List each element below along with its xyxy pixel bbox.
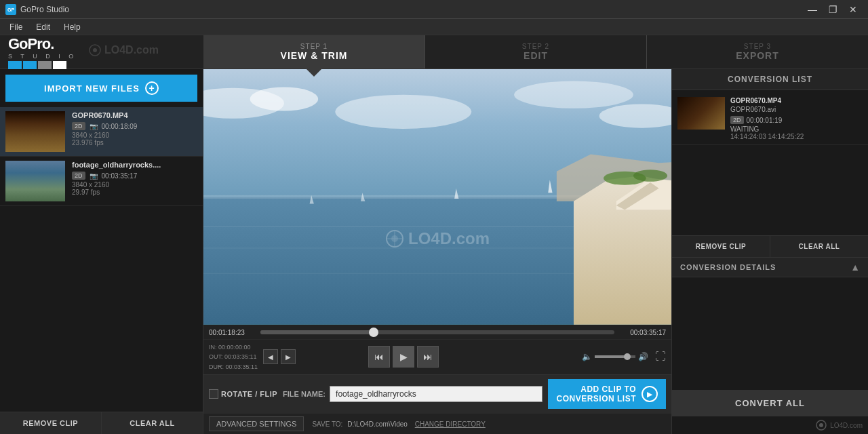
saveto-label: SAVE TO:	[312, 420, 342, 428]
remove-clip-button-right[interactable]: REMOVE CLIP	[672, 236, 770, 257]
rotate-flip-checkbox-wrap: ROTATE / FLIP	[209, 389, 277, 399]
lo4d-icon	[815, 419, 827, 431]
file-fps-1: 29.97 fps	[72, 189, 197, 196]
fullscreen-button[interactable]: ⛶	[655, 351, 666, 363]
logo-block-2	[23, 61, 37, 69]
controls-row: IN: 00:00:00:00 OUT: 00:03:35:11 DUR: 00…	[203, 339, 671, 374]
conversion-list-title: CONVERSION LIST	[728, 75, 812, 84]
convert-all-button[interactable]: CONVERT ALL	[672, 390, 868, 416]
file-fps-0: 23.976 fps	[72, 139, 197, 146]
menu-file[interactable]: File	[3, 19, 29, 35]
import-btn-label: IMPORT NEW FILES	[44, 83, 140, 94]
import-new-files-button[interactable]: IMPORT NEW FILES +	[5, 75, 197, 102]
in-out-info: IN: 00:00:00:00 OUT: 00:03:35:11 DUR: 00…	[209, 342, 258, 372]
play-button[interactable]: ▶	[393, 346, 414, 368]
menu-help[interactable]: Help	[57, 19, 87, 35]
change-directory-link[interactable]: CHANGE DIRECTORY	[415, 420, 486, 428]
in-point: IN: 00:00:00:00	[209, 342, 258, 352]
main-content: IMPORT NEW FILES + GOPR0670.MP4 2D 📷 00:…	[0, 69, 868, 434]
conversion-details-header[interactable]: CONVERSION DETAILS ▲	[672, 258, 868, 277]
step-export[interactable]: STEP 3 EXPORT	[647, 35, 868, 68]
file-thumb-1	[5, 161, 65, 201]
close-button[interactable]: ✕	[844, 3, 863, 16]
conversion-item-0[interactable]: GOPR0670.MP4 GOPR0670.avi 2D 00:00:01:19…	[672, 93, 868, 145]
remove-clip-button-left[interactable]: REMOVE CLIP	[0, 412, 102, 434]
out-point: OUT: 00:03:35:11	[209, 352, 258, 361]
file-thumb-inner-0	[5, 111, 65, 152]
file-name-1: footage_oldharryrocks....	[72, 161, 197, 169]
logo-blocks	[8, 61, 77, 69]
app-header: GoPro. S T U D I O LO4D.com STEP 1 VIEW …	[0, 35, 868, 69]
file-item-1[interactable]: footage_oldharryrocks.... 2D 📷 00:03:35:…	[0, 157, 203, 206]
conv-info-0: GOPR0670.MP4 GOPR0670.avi 2D 00:00:01:19…	[730, 97, 863, 140]
maximize-button[interactable]: ❐	[823, 3, 842, 16]
dur-point: DUR: 00:03:35:11	[209, 362, 258, 372]
file-duration-0: 00:00:18:09	[102, 123, 138, 130]
svg-point-20	[633, 170, 667, 182]
step1-arrow	[306, 68, 322, 77]
conversion-list-header: CONVERSION LIST	[672, 69, 868, 90]
file-duration-1: 00:03:35:17	[102, 172, 138, 180]
bottom-controls-area: ROTATE / FLIP FILE NAME: ADD CLIP TO CON…	[203, 374, 671, 413]
steps-area: STEP 1 VIEW & TRIM STEP 2 EDIT STEP 3 EX…	[203, 35, 868, 68]
video-scene	[203, 69, 671, 325]
studio-logo-text: S T U D I O	[8, 53, 77, 60]
file-resolution-1: 3840 x 2160	[72, 181, 197, 189]
volume-icon: 🔈	[582, 352, 592, 361]
file-item-0[interactable]: GOPR0670.MP4 2D 📷 00:00:18:09 3840 x 216…	[0, 107, 203, 157]
rewind-button[interactable]: ⏮	[368, 346, 390, 368]
step-edit[interactable]: STEP 2 EDIT	[425, 35, 647, 68]
convert-all-wrap: CONVERT ALL	[672, 277, 868, 417]
step-view-trim[interactable]: STEP 1 VIEW & TRIM	[203, 35, 425, 68]
saveto-row: SAVE TO: D:\LO4D.com\Video CHANGE DIRECT…	[312, 420, 485, 428]
file-info-1: footage_oldharryrocks.... 2D 📷 00:03:35:…	[72, 161, 197, 196]
file-name-0: GOPR0670.MP4	[72, 111, 197, 119]
badge-2d-1: 2D	[72, 172, 85, 180]
svg-point-3	[93, 48, 97, 52]
conv-badge-row-0: 2D 00:00:01:19	[730, 116, 863, 124]
minimize-button[interactable]: —	[803, 3, 822, 16]
add-clip-btn-text: ADD CLIP TO CONVERSION LIST	[556, 384, 636, 403]
timeline-area: 00:01:18:23 00:03:35:17	[203, 325, 671, 339]
rotate-flip-wrap: ROTATE / FLIP	[209, 389, 277, 399]
step1-label: VIEW & TRIM	[281, 50, 348, 61]
add-clip-line2: CONVERSION LIST	[556, 394, 636, 403]
left-bottom-buttons: REMOVE CLIP CLEAR ALL	[0, 412, 203, 434]
rotate-flip-label: ROTATE / FLIP	[221, 390, 277, 398]
advanced-saveto-row: ADVANCED SETTINGS SAVE TO: D:\LO4D.com\V…	[203, 413, 671, 434]
conv-status-0: WAITING	[730, 125, 863, 133]
mark-in-button[interactable]: ◀	[263, 349, 278, 364]
advanced-settings-button[interactable]: ADVANCED SETTINGS	[209, 416, 304, 431]
fast-forward-button[interactable]: ⏭	[417, 346, 439, 368]
lo4d-watermark-text: LO4D.com	[830, 422, 863, 429]
mark-out-button[interactable]: ▶	[281, 349, 296, 364]
scrubber-fill	[260, 330, 374, 334]
svg-text:GP: GP	[7, 7, 14, 12]
saveto-path: D:\LO4D.com\Video	[347, 420, 408, 428]
add-clip-to-conversion-button[interactable]: ADD CLIP TO CONVERSION LIST ▶	[548, 379, 666, 409]
clear-button-right[interactable]: CLEAR ALL	[770, 236, 868, 257]
camera-icon-0: 📷	[90, 123, 98, 130]
filename-input[interactable]	[330, 386, 542, 402]
file-thumb-0	[5, 111, 65, 152]
scrubber-track[interactable]	[260, 330, 614, 334]
window-controls: — ❐ ✕	[803, 3, 863, 16]
step2-number: STEP 2	[522, 43, 549, 50]
logo-block-4	[53, 61, 66, 69]
file-resolution-0: 3840 x 2160	[72, 132, 197, 139]
clear-all-button-left[interactable]: CLEAR ALL	[102, 412, 203, 434]
center-panel: LO4D.com 00:01:18:23 00:03:35:17 IN: 00:…	[203, 69, 671, 434]
lo4d-bottom-watermark: LO4D.com	[672, 416, 868, 434]
conv-thumb-inner-0	[677, 97, 725, 130]
gopro-logo-text: GoPro.	[8, 35, 77, 53]
vol-fill	[595, 355, 627, 358]
titlebar: GP GoPro Studio — ❐ ✕	[0, 0, 868, 19]
rotate-flip-checkbox[interactable]	[209, 389, 218, 399]
svg-point-6	[250, 87, 318, 111]
menu-edit[interactable]: Edit	[29, 19, 57, 35]
volume-slider[interactable]	[595, 355, 635, 358]
badge-2d-0: 2D	[72, 122, 85, 130]
right-panel-buttons: REMOVE CLIP CLEAR ALL	[672, 235, 868, 258]
scrubber-thumb[interactable]	[369, 328, 378, 337]
menubar: File Edit Help	[0, 19, 868, 35]
